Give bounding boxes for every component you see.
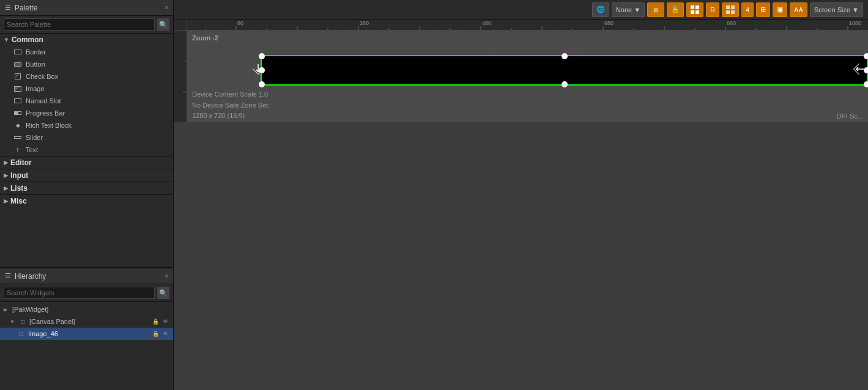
r-label: R [710, 6, 715, 13]
category-common[interactable]: ▼ Common [0, 34, 173, 46]
aa-label: AA [794, 6, 803, 13]
hierarchy-title: Hierarchy [15, 272, 161, 281]
image-icon [13, 86, 22, 92]
palette-item-named-slot-label: Named Slot [26, 97, 61, 105]
toolbar-btn-expand[interactable]: ⊞ [756, 2, 770, 17]
zoom-label: Zoom -2 [192, 34, 218, 42]
dpi-label: DPI Sc... [837, 112, 863, 120]
palette-list: ▼ Common Border Button Check Box [0, 34, 173, 267]
category-misc-arrow: ▶ [4, 198, 8, 204]
button-icon [13, 61, 22, 67]
status-line-3: 1280 x 720 (16:9) [192, 111, 863, 122]
toolbar-btn-r[interactable]: R [706, 2, 719, 17]
ruler-horizontal [187, 20, 868, 31]
palette-item-border-label: Border [26, 48, 46, 56]
toolbar-btn-aa[interactable]: AA [790, 2, 807, 17]
toolbar-btn-lock[interactable]: 🔒 [667, 2, 684, 17]
app-window: ☰ Palette × 🔍 ▼ Common Border [0, 0, 868, 390]
canvas-panel-actions: 🔒 👁 [151, 317, 169, 326]
move-icon: ⊞ [651, 6, 660, 14]
canvas-panel-arrow: ▼ [10, 319, 16, 325]
border-icon [13, 49, 22, 55]
toolbar-btn-img[interactable]: ▣ [773, 2, 787, 17]
image-46-eye-icon[interactable]: 👁 [161, 329, 169, 338]
image-46-icon: □ [17, 329, 26, 338]
handle-top-left[interactable] [259, 53, 265, 59]
category-misc[interactable]: ▶ Misc [0, 194, 173, 207]
toolbar-btn-4[interactable]: 4 [741, 2, 754, 17]
toolbar-btn-1[interactable]: ⊞ [647, 2, 664, 17]
image-46-label: Image_46 [28, 330, 58, 337]
category-common-label: Common [12, 35, 43, 44]
status-line-2: No Device Safe Zone Set. [192, 100, 863, 111]
hierarchy-search-bar: 🔍 [0, 284, 173, 302]
palette-item-slider[interactable]: Slider [0, 131, 173, 144]
category-input[interactable]: ▶ Input [0, 169, 173, 182]
hierarchy-close-button[interactable]: × [165, 273, 168, 279]
palette-item-rich-text-label: Rich Text Block [26, 122, 72, 129]
palette-close-button[interactable]: × [165, 4, 168, 11]
palette-search-bar: 🔍 [0, 16, 173, 34]
palette-item-border[interactable]: Border [0, 46, 173, 58]
ruler-vertical [174, 31, 187, 122]
toolbar-btn-grid[interactable] [686, 2, 703, 17]
toolbar-btn-grid2[interactable] [722, 2, 739, 17]
screen-size-dropdown[interactable]: Screen Size ▼ [810, 2, 863, 17]
category-misc-label: Misc [10, 197, 27, 205]
palette-item-checkbox[interactable]: Check Box [0, 70, 173, 83]
root-arrow: ▶ [4, 307, 10, 312]
root-label: [PakWidget] [12, 306, 48, 313]
canvas-toolbar: 🌐 None ▼ ⊞ 🔒 R [174, 0, 868, 20]
palette-item-progress-bar-label: Progress Bar [26, 109, 65, 117]
screen-size-arrow: ▼ [852, 6, 859, 13]
hierarchy-search-button[interactable]: 🔍 [157, 287, 169, 299]
ruler-corner [174, 20, 187, 31]
globe-button[interactable]: 🌐 [592, 2, 609, 17]
tree-item-root[interactable]: ▶ [PakWidget] [0, 303, 173, 315]
palette-item-image-label: Image [26, 85, 45, 92]
progress-bar-icon [13, 110, 22, 116]
none-label: None [616, 6, 632, 13]
palette-item-progress-bar[interactable]: Progress Bar [0, 107, 173, 119]
none-dropdown[interactable]: None ▼ [612, 2, 645, 17]
tree-item-canvas-panel[interactable]: ▼ □ [Canvas Panel] 🔒 👁 [0, 315, 173, 328]
svg-rect-7 [731, 6, 735, 9]
category-editor[interactable]: ▶ Editor [0, 156, 173, 169]
palette-item-text[interactable]: T Text [0, 144, 173, 156]
category-lists-label: Lists [10, 184, 28, 193]
ruler-v-canvas [174, 31, 187, 122]
svg-text:⊞: ⊞ [653, 7, 658, 13]
handle-top-right[interactable] [864, 53, 868, 59]
checkbox-icon [13, 73, 22, 79]
palette-item-named-slot[interactable]: Named Slot [0, 95, 173, 107]
palette-item-button-label: Button [26, 61, 45, 68]
palette-icon: ☰ [5, 4, 11, 12]
ruler-row [174, 20, 868, 31]
category-lists[interactable]: ▶ Lists [0, 182, 173, 194]
canvas-area: Zoom -2 ⇲ ⇲ [174, 20, 868, 390]
palette-item-rich-text-block[interactable]: ◆ Rich Text Block [0, 119, 173, 131]
canvas-viewport[interactable]: Zoom -2 ⇲ ⇲ [187, 31, 868, 122]
expand-icon: ⊞ [760, 6, 766, 13]
canvas-panel-lock-icon[interactable]: 🔒 [151, 317, 160, 326]
palette-search-input[interactable] [4, 18, 155, 31]
category-editor-arrow: ▶ [4, 160, 8, 166]
lock-icon: 🔒 [671, 6, 680, 13]
tree-item-image-46[interactable]: □ Image_46 🔒 👁 [0, 328, 173, 340]
svg-rect-8 [726, 10, 730, 14]
image-46-lock-icon[interactable]: 🔒 [151, 329, 160, 338]
grid-icon [691, 6, 699, 14]
palette-search-button[interactable]: 🔍 [157, 18, 169, 31]
canvas-panel-eye-icon[interactable]: 👁 [161, 317, 169, 326]
palette-section: ☰ Palette × 🔍 ▼ Common Border [0, 0, 173, 268]
hierarchy-search-input[interactable] [4, 287, 155, 299]
category-input-arrow: ▶ [4, 172, 8, 178]
palette-item-image[interactable]: Image [0, 83, 173, 95]
hierarchy-section: ☰ Hierarchy × 🔍 ▶ [PakWidget] ▼ □ [0, 268, 173, 390]
handle-top-center[interactable] [562, 53, 568, 59]
palette-item-button[interactable]: Button [0, 58, 173, 70]
widget-canvas[interactable] [261, 55, 868, 86]
slider-icon [13, 134, 22, 141]
category-editor-label: Editor [10, 158, 32, 167]
palette-header: ☰ Palette × [0, 0, 173, 16]
